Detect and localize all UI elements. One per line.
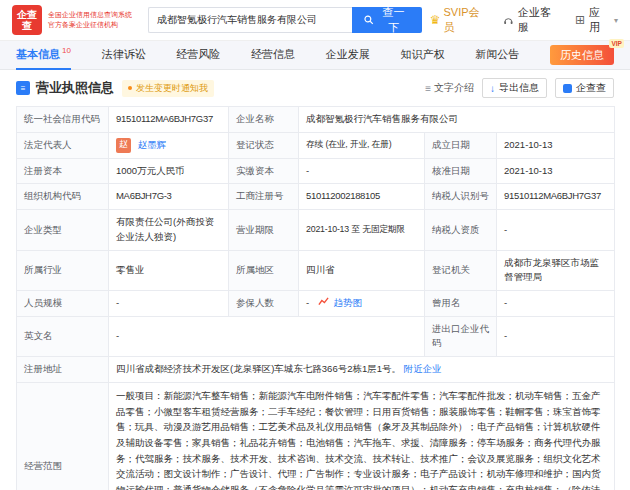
- search-bar: 查一下: [148, 7, 422, 33]
- apps-menu[interactable]: ⊞ 应用 ▾: [575, 5, 618, 35]
- svip-label: SVIP会员: [443, 5, 489, 35]
- taxpayer-quality-value: -: [497, 210, 615, 250]
- tab-basic-info-label: 基本信息: [16, 47, 60, 62]
- import-export-value: -: [497, 316, 615, 356]
- company-type-value: 有限责任公司(外商投资企业法人独资): [109, 210, 229, 250]
- change-notify-tag[interactable]: 发生变更时通知我: [122, 80, 214, 97]
- table-row: 注册资本 1000万元人民币 实缴资本 - 核准日期 2021-10-13: [17, 158, 615, 184]
- english-name-value: -: [109, 316, 425, 356]
- insured-count-label: 参保人数: [229, 291, 299, 317]
- tab-company-development[interactable]: 企业发展: [326, 40, 370, 70]
- export-label: 导出信息: [499, 81, 539, 95]
- text-lines-icon: ≡: [425, 83, 431, 94]
- apps-grid-icon: ⊞: [575, 13, 585, 27]
- legal-rep-link[interactable]: 赵墨辉: [138, 139, 167, 150]
- tab-intellectual-property-label: 知识产权: [401, 47, 445, 62]
- paid-capital-label: 实缴资本: [229, 158, 299, 184]
- business-term-value: 2021-10-13 至 无固定期限: [299, 210, 425, 250]
- export-button[interactable]: ↓ 导出信息: [482, 78, 547, 98]
- crown-icon: ♛: [430, 13, 441, 27]
- headset-icon: [503, 15, 514, 26]
- table-row: 统一社会信用代码 91510112MA6BJH7G37 企业名称 成都智氪极行汽…: [17, 107, 615, 133]
- chevron-down-icon: ▾: [614, 16, 618, 25]
- former-name-label: 曾用名: [425, 291, 497, 317]
- table-row: 法定代表人 赵 赵墨辉 登记状态 存续 (在业, 开业, 在册) 成立日期 20…: [17, 132, 615, 158]
- tab-history-info[interactable]: 历史信息 VIP: [550, 45, 614, 65]
- tab-company-development-label: 企业发展: [326, 47, 370, 62]
- download-icon: ↓: [490, 83, 495, 94]
- table-row: 所属行业 零售业 所属地区 四川省 登记机关 成都市龙泉驿区市场监督管理局: [17, 250, 615, 290]
- table-row: 注册地址 四川省成都经济技术开发区(龙泉驿区)车城东七路366号2栋1层1号。 …: [17, 357, 615, 383]
- qcc-logo[interactable]: 企查查: [12, 5, 42, 35]
- registry-label: 登记机关: [425, 250, 497, 290]
- apps-label: 应用: [589, 5, 610, 35]
- tab-operation-risk-label: 经营风险: [176, 47, 220, 62]
- license-doc-icon: ≡: [16, 81, 30, 95]
- slogan-line-2: 官方备案企业征信机构: [48, 20, 132, 30]
- org-code-value: MA6BJH7G-3: [109, 184, 229, 210]
- established-value: 2021-10-13: [497, 132, 615, 158]
- logo-area: 企查查 全国企业信用信息查询系统 官方备案企业征信机构: [12, 5, 132, 35]
- region-value: 四川省: [299, 250, 425, 290]
- text-intro-label: 文字介绍: [434, 81, 474, 95]
- industry-value: 零售业: [109, 250, 229, 290]
- english-name-label: 英文名: [17, 316, 109, 356]
- table-row: 组织机构代码 MA6BJH7G-3 工商注册号 510112002188105 …: [17, 184, 615, 210]
- change-notify-label: 发生变更时通知我: [136, 82, 208, 95]
- biz-reg-no-value: 510112002188105: [299, 184, 425, 210]
- legal-rep-cell: 赵 赵墨辉: [109, 132, 229, 158]
- taxpayer-quality-label: 纳税人资质: [425, 210, 497, 250]
- trend-chart-icon: [318, 296, 329, 307]
- table-row: 经营范围 一般项目：新能源汽车整车销售；新能源汽车电附件销售；汽车零配件零售；汽…: [17, 382, 615, 490]
- taxpayer-no-value: 91510112MA6BJH7G37: [497, 184, 615, 210]
- reg-capital-label: 注册资本: [17, 158, 109, 184]
- company-name-label: 企业名称: [229, 107, 299, 133]
- company-type-label: 企业类型: [17, 210, 109, 250]
- status-label: 登记状态: [229, 132, 299, 158]
- reg-capital-value: 1000万元人民币: [109, 158, 229, 184]
- search-button[interactable]: 查一下: [352, 7, 422, 33]
- tab-operation-risk[interactable]: 经营风险: [176, 40, 220, 70]
- customer-service-link[interactable]: 企业客服: [503, 5, 561, 35]
- tab-basic-info-count: 10: [62, 46, 71, 55]
- primary-tabs: 基本信息 10 法律诉讼 经营风险 经营信息 企业发展 知识产权 新闻公告 历史…: [0, 40, 630, 70]
- top-header: 企查查 全国企业信用信息查询系统 官方备案企业征信机构 查一下 ♛ SVIP会员: [0, 0, 630, 40]
- notify-dot-icon: [128, 86, 132, 90]
- tab-news-announcements[interactable]: 新闻公告: [475, 40, 519, 70]
- insured-count-value: -: [306, 297, 309, 308]
- section-title: 营业执照信息: [36, 79, 114, 97]
- address-cell: 四川省成都经济技术开发区(龙泉驿区)车城东七路366号2栋1层1号。 附近企业: [109, 357, 615, 383]
- svip-link[interactable]: ♛ SVIP会员: [430, 5, 490, 35]
- tab-news-announcements-label: 新闻公告: [475, 47, 519, 62]
- text-intro-toggle[interactable]: ≡ 文字介绍: [425, 81, 474, 95]
- license-section-header: ≡ 营业执照信息 发生变更时通知我 ≡ 文字介绍 ↓ 导出信息 企查查: [0, 70, 630, 104]
- brand-slogan: 全国企业信用信息查询系统 官方备案企业征信机构: [48, 10, 132, 30]
- slogan-line-1: 全国企业信用信息查询系统: [48, 10, 132, 20]
- qcc-app-label: 企查查: [576, 81, 606, 95]
- insured-count-cell: - 趋势图: [299, 291, 425, 317]
- vip-badge: VIP: [609, 39, 623, 48]
- tab-operation-info-label: 经营信息: [251, 47, 295, 62]
- nearby-companies-link[interactable]: 附近企业: [404, 363, 442, 374]
- status-value: 存续 (在业, 开业, 在册): [299, 132, 425, 158]
- biz-reg-no-label: 工商注册号: [229, 184, 299, 210]
- credit-code-label: 统一社会信用代码: [17, 107, 109, 133]
- tab-legal-lawsuits-label: 法律诉讼: [102, 47, 146, 62]
- tab-legal-lawsuits[interactable]: 法律诉讼: [102, 40, 146, 70]
- import-export-label: 进出口企业代码: [425, 316, 497, 356]
- tab-operation-info[interactable]: 经营信息: [251, 40, 295, 70]
- trend-link[interactable]: 趋势图: [333, 297, 362, 308]
- customer-service-label: 企业客服: [518, 5, 561, 35]
- search-input[interactable]: [148, 7, 352, 33]
- legal-rep-avatar: 赵: [116, 138, 131, 153]
- qcc-logo-text: 企查查: [14, 9, 40, 31]
- approval-date-label: 核准日期: [425, 158, 497, 184]
- tab-basic-info[interactable]: 基本信息 10: [16, 40, 71, 70]
- business-scope-label: 经营范围: [17, 382, 109, 490]
- registry-value: 成都市龙泉驿区市场监督管理局: [497, 250, 615, 290]
- tab-intellectual-property[interactable]: 知识产权: [401, 40, 445, 70]
- qcc-app-button[interactable]: 企查查: [555, 78, 614, 98]
- section-actions: ≡ 文字介绍 ↓ 导出信息 企查查: [425, 78, 614, 98]
- address-label: 注册地址: [17, 357, 109, 383]
- staff-size-label: 人员规模: [17, 291, 109, 317]
